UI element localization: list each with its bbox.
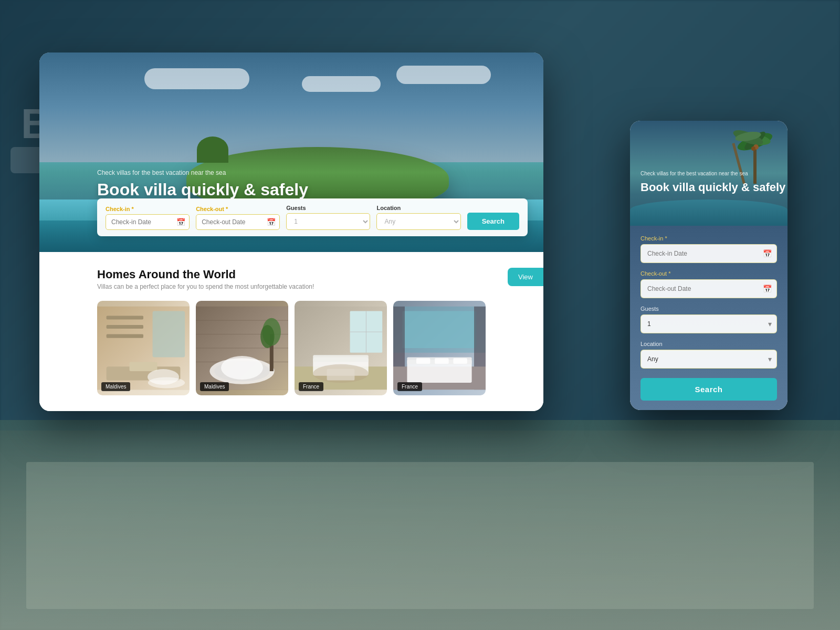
guests-field: Guests 1 2 3 4 — [286, 205, 370, 230]
svg-rect-26 — [313, 355, 369, 362]
property-img-1 — [97, 301, 190, 395]
location-select[interactable]: Any Maldives France Italy Trance — [376, 213, 460, 230]
mobile-location-wrap: Any Maldives France Italy Trance ▾ — [640, 350, 777, 369]
property-badge-2: Maldives — [200, 382, 229, 391]
mobile-hero: Check villas for the best vacation near … — [630, 121, 788, 226]
mobile-hero-content: Check villas for the best vacation near … — [640, 170, 785, 194]
svg-rect-38 — [435, 358, 448, 364]
svg-rect-7 — [153, 311, 185, 358]
hero-title: Book villa quickly & safely — [97, 180, 308, 200]
mobile-checkin-input[interactable] — [640, 244, 777, 263]
svg-point-8 — [148, 377, 185, 388]
mobile-hero-subtitle: Check villas for the best vacation near … — [640, 170, 785, 177]
mobile-guests-select[interactable]: 1 2 3 4 — [640, 314, 777, 333]
svg-rect-6 — [130, 362, 158, 371]
mobile-guests-label: Guests — [640, 306, 777, 312]
property-card-2: Maldives — [196, 301, 288, 395]
checkout-label: Check-out * — [196, 206, 280, 212]
mobile-checkin-label: Check-in * — [640, 235, 777, 242]
property-badge-3: France — [299, 382, 323, 391]
svg-rect-31 — [403, 311, 477, 348]
calendar-icon: 📅 — [176, 218, 185, 226]
property-img-3 — [295, 301, 387, 395]
property-img-2 — [196, 301, 288, 395]
svg-point-19 — [260, 325, 274, 348]
property-card-3: France — [295, 301, 387, 395]
mobile-location-chevron-icon: ▾ — [768, 355, 772, 363]
property-img-4 — [393, 301, 486, 395]
guests-select[interactable]: 1 2 3 4 — [286, 213, 370, 230]
search-button[interactable]: Search — [467, 213, 519, 230]
mobile-location-field: Location Any Maldives France Italy Tranc… — [640, 341, 777, 369]
mobile-checkout-calendar-icon: 📅 — [763, 285, 772, 293]
svg-rect-39 — [453, 358, 467, 364]
section-title: Homes Around the World — [97, 268, 314, 281]
mobile-location-label: Location — [640, 341, 777, 347]
view-all-button[interactable]: View — [508, 268, 543, 286]
mobile-checkout-input[interactable] — [640, 279, 777, 298]
background-villa-structure — [26, 462, 814, 609]
svg-rect-3 — [107, 325, 143, 329]
mobile-checkout-label: Check-out * — [640, 270, 777, 277]
checkout-field: Check-out * 📅 — [196, 206, 280, 230]
checkin-field: Check-in * 📅 — [106, 206, 190, 230]
hero-subtitle: Check villas for the best vacation near … — [97, 169, 308, 176]
cloud-2 — [302, 76, 381, 92]
svg-point-16 — [214, 361, 270, 382]
section-text: Homes Around the World Villas can be a p… — [97, 268, 314, 290]
desktop-card: Check villas for the best vacation near … — [39, 52, 543, 411]
background-villa-overlay — [0, 430, 840, 630]
section-desc: Villas can be a perfect place for you to… — [97, 283, 314, 290]
mobile-checkin-field: Check-in * 📅 — [640, 235, 777, 263]
mobile-checkin-wrap: 📅 — [640, 244, 777, 263]
property-badge-1: Maldives — [101, 382, 130, 391]
location-label: Location — [376, 205, 460, 211]
checkin-required: * — [130, 206, 133, 212]
checkout-required: * — [224, 206, 228, 212]
checkin-input-wrap: 📅 — [106, 214, 190, 230]
mobile-guests-chevron-icon: ▾ — [768, 320, 772, 328]
hero-search-bar: Check-in * 📅 Check-out * 📅 Guests — [97, 198, 528, 236]
property-card-4: France — [393, 301, 486, 395]
guests-label: Guests — [286, 205, 370, 211]
checkin-label: Check-in * — [106, 206, 190, 212]
property-badge-4: France — [397, 382, 422, 391]
cloud-3 — [396, 66, 491, 84]
mobile-hero-water — [630, 200, 788, 226]
hero-content: Check villas for the best vacation near … — [97, 169, 308, 200]
svg-rect-4 — [107, 334, 143, 338]
checkout-calendar-icon: 📅 — [267, 218, 276, 226]
svg-rect-2 — [107, 316, 143, 319]
location-field: Location Any Maldives France Italy Tranc… — [376, 205, 460, 230]
hero-section: Check villas for the best vacation near … — [39, 52, 543, 252]
mobile-card: Check villas for the best vacation near … — [630, 121, 788, 410]
mobile-guests-wrap: 1 2 3 4 ▾ — [640, 314, 777, 333]
mobile-search-button[interactable]: Search — [640, 378, 777, 401]
mobile-guests-field: Guests 1 2 3 4 ▾ — [640, 306, 777, 333]
mobile-checkout-wrap: 📅 — [640, 279, 777, 298]
svg-point-48 — [751, 146, 755, 151]
mobile-checkin-calendar-icon: 📅 — [763, 249, 772, 258]
property-card-1: Maldives — [97, 301, 190, 395]
svg-point-28 — [313, 364, 369, 383]
mobile-location-select[interactable]: Any Maldives France Italy Trance — [640, 350, 777, 369]
content-section: Homes Around the World Villas can be a p… — [39, 252, 543, 411]
mobile-checkout-field: Check-out * 📅 — [640, 270, 777, 298]
property-grid: Maldives — [97, 301, 486, 395]
cloud-1 — [144, 68, 249, 89]
mobile-hero-title: Book villa quickly & safely — [640, 181, 785, 194]
checkout-input-wrap: 📅 — [196, 214, 280, 230]
mobile-form: Check-in * 📅 Check-out * 📅 Guests 1 — [630, 226, 788, 410]
section-header: Homes Around the World Villas can be a p… — [97, 268, 486, 290]
svg-rect-37 — [416, 358, 430, 364]
